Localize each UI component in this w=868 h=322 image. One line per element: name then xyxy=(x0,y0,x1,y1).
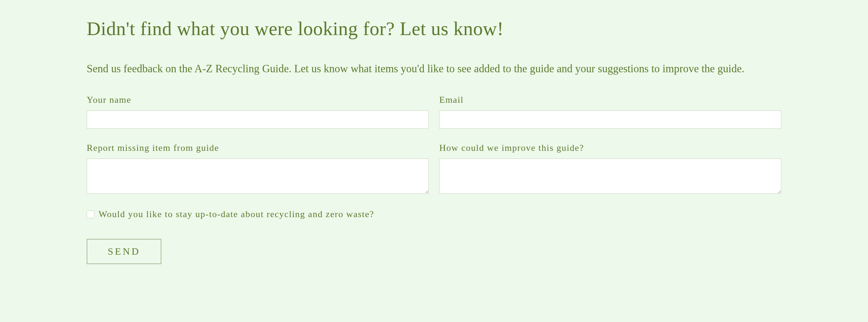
improve-field-group: How could we improve this guide? xyxy=(439,143,781,195)
missing-item-label: Report missing item from guide xyxy=(87,143,429,153)
newsletter-checkbox[interactable] xyxy=(87,210,94,218)
feedback-form-container: Didn't find what you were looking for? L… xyxy=(87,18,781,264)
missing-item-textarea[interactable] xyxy=(87,159,429,194)
name-label: Your name xyxy=(87,95,429,105)
newsletter-label[interactable]: Would you like to stay up-to-date about … xyxy=(99,209,374,220)
intro-paragraph: Send us feedback on the A-Z Recycling Gu… xyxy=(87,61,753,77)
page-heading: Didn't find what you were looking for? L… xyxy=(87,18,781,40)
form-row-2: Report missing item from guide How could… xyxy=(87,143,781,195)
improve-textarea[interactable] xyxy=(439,159,781,194)
form-row-1: Your name Email xyxy=(87,95,781,129)
send-button[interactable]: SEND xyxy=(87,239,161,264)
email-field-group: Email xyxy=(439,95,781,129)
email-label: Email xyxy=(439,95,781,105)
name-input[interactable] xyxy=(87,110,429,129)
name-field-group: Your name xyxy=(87,95,429,129)
email-input[interactable] xyxy=(439,110,781,129)
newsletter-checkbox-row: Would you like to stay up-to-date about … xyxy=(87,209,781,220)
improve-label: How could we improve this guide? xyxy=(439,143,781,153)
missing-item-field-group: Report missing item from guide xyxy=(87,143,429,195)
